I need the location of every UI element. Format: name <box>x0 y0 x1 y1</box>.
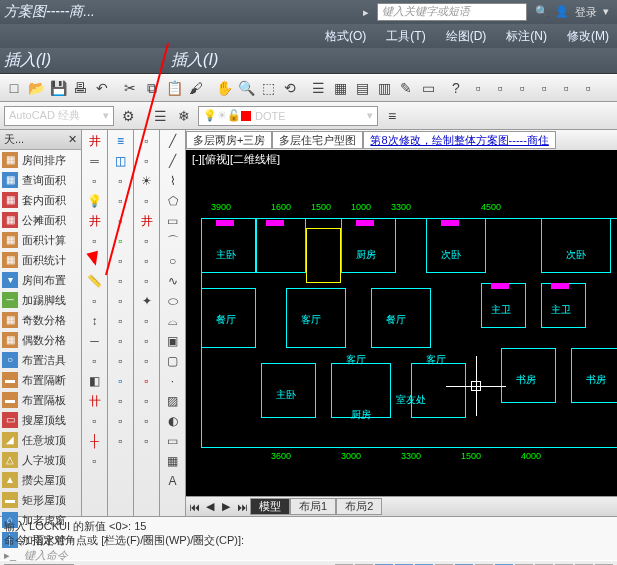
tb-extra-3[interactable]: ▫ <box>512 78 532 98</box>
tool-partition[interactable]: ▬布置隔断 <box>0 370 81 390</box>
insert-label-2[interactable]: 插入(I) <box>171 50 218 71</box>
col3-icon-10[interactable]: ▫ <box>137 312 157 330</box>
search-input[interactable]: 键入关键字或短语 <box>377 3 527 21</box>
arc-icon[interactable]: ⌒ <box>163 232 183 250</box>
col-icon-1[interactable]: ▫ <box>85 172 105 190</box>
new-icon[interactable]: □ <box>4 78 24 98</box>
sheet-set-icon[interactable]: ▥ <box>374 78 394 98</box>
col3-icon-7[interactable]: ▫ <box>137 252 157 270</box>
col3-icon-16[interactable]: ▫ <box>137 432 157 450</box>
layer-state-icon[interactable]: ❄ <box>174 106 194 126</box>
binoculars-icon[interactable]: 🔍 <box>535 5 549 20</box>
col2-icon-6[interactable]: ▫ <box>111 272 131 290</box>
col2-icon-8[interactable]: ▫ <box>111 312 131 330</box>
col-icon-11[interactable]: ┼ <box>85 432 105 450</box>
design-center-icon[interactable]: ▦ <box>330 78 350 98</box>
col-icon-6[interactable]: ─ <box>85 332 105 350</box>
make-block-icon[interactable]: ▢ <box>163 352 183 370</box>
pan-icon[interactable]: ✋ <box>214 78 234 98</box>
menu-format[interactable]: 格式(O) <box>325 28 366 45</box>
menu-tools[interactable]: 工具(T) <box>386 28 425 45</box>
tool-roof-line[interactable]: ▭搜屋顶线 <box>0 410 81 430</box>
file-tab-link[interactable]: 第8次修改，绘制整体方案图-----商住 <box>363 131 555 149</box>
tool-even-grid[interactable]: ▦偶数分格 <box>0 330 81 350</box>
col2-icon-5[interactable]: ▫ <box>111 252 131 270</box>
tool-palette-icon[interactable]: ▤ <box>352 78 372 98</box>
col3-icon-9[interactable]: ✦ <box>137 292 157 310</box>
col2-icon-11[interactable]: ▫ <box>111 372 131 390</box>
cut-icon[interactable]: ✂ <box>120 78 140 98</box>
canvas[interactable]: 3900 1600 1500 1000 3300 4500 <box>186 168 617 496</box>
insert-label-1[interactable]: 插入(I) <box>4 50 51 71</box>
col2-icon-10[interactable]: ▫ <box>111 352 131 370</box>
tb-extra-1[interactable]: ▫ <box>468 78 488 98</box>
tool-query-area[interactable]: ▦查询面积 <box>0 170 81 190</box>
col2-icon-9[interactable]: ▫ <box>111 332 131 350</box>
palette-header[interactable]: 天... ✕ <box>0 130 81 150</box>
col3-icon-13[interactable]: ▫ <box>137 372 157 390</box>
workspace-gear-icon[interactable]: ⚙ <box>118 106 138 126</box>
col-icon-9[interactable]: 卄 <box>85 392 105 410</box>
col3-icon-8[interactable]: ▫ <box>137 272 157 290</box>
command-input[interactable]: 键入命令 <box>24 548 613 563</box>
properties-icon[interactable]: ☰ <box>308 78 328 98</box>
match-icon[interactable]: 🖌 <box>186 78 206 98</box>
tab-nav-next[interactable]: ▶ <box>218 500 234 513</box>
login-link[interactable]: 登录 <box>575 5 597 20</box>
save-icon[interactable]: 💾 <box>48 78 68 98</box>
view-label[interactable]: [-][俯视][二维线框] <box>186 150 617 168</box>
col-icon-4[interactable]: ▫ <box>85 292 105 310</box>
infocenter-arrow-icon[interactable]: ▸ <box>363 6 369 19</box>
rect-icon[interactable]: ▭ <box>163 212 183 230</box>
col2-icon-13[interactable]: ▫ <box>111 412 131 430</box>
col3-icon-14[interactable]: ▫ <box>137 392 157 410</box>
col3-icon-12[interactable]: ▫ <box>137 352 157 370</box>
line-icon[interactable]: ╱ <box>163 132 183 150</box>
user-icon[interactable]: 👤 <box>555 5 569 20</box>
tool-calc-area[interactable]: ▦面积计算 <box>0 230 81 250</box>
tab-nav-prev[interactable]: ◀ <box>202 500 218 513</box>
wall-icon[interactable]: ═ <box>85 152 105 170</box>
layer-combo[interactable]: 💡 ☀ 🔓 DOTE ▾ <box>198 106 378 126</box>
tool-pyramid-roof[interactable]: ▲攒尖屋顶 <box>0 470 81 490</box>
col-icon-12[interactable]: ▫ <box>85 452 105 470</box>
close-icon[interactable]: ✕ <box>68 133 77 146</box>
print-icon[interactable]: 🖶 <box>70 78 90 98</box>
bulb-icon[interactable]: 💡 <box>85 192 105 210</box>
menu-dimension[interactable]: 标注(N) <box>506 28 547 45</box>
layout-tab-1[interactable]: 布局1 <box>290 498 336 515</box>
col-icon-8[interactable]: ◧ <box>85 372 105 390</box>
tool-rect-roof[interactable]: ▬矩形屋顶 <box>0 490 81 510</box>
markup-icon[interactable]: ✎ <box>396 78 416 98</box>
zoom-prev-icon[interactable]: ⟲ <box>280 78 300 98</box>
tb-extra-4[interactable]: ▫ <box>534 78 554 98</box>
col-icon-5[interactable]: ↕ <box>85 312 105 330</box>
circle-icon[interactable]: ○ <box>163 252 183 270</box>
tool-skirting[interactable]: ─加踢脚线 <box>0 290 81 310</box>
table-icon[interactable]: ▦ <box>163 452 183 470</box>
ruler-icon[interactable]: 📏 <box>85 272 105 290</box>
tool-shared-area[interactable]: ▦公摊面积 <box>0 210 81 230</box>
hatch-icon[interactable]: ▨ <box>163 392 183 410</box>
zoom-icon[interactable]: 🔍 <box>236 78 256 98</box>
layers-icon[interactable]: ≡ <box>111 132 131 150</box>
tab-nav-last[interactable]: ⏭ <box>234 501 250 513</box>
ellipse-arc-icon[interactable]: ⌓ <box>163 312 183 330</box>
text-icon[interactable]: A <box>163 472 183 490</box>
layout-tab-model[interactable]: 模型 <box>250 498 290 515</box>
col-icon-10[interactable]: ▫ <box>85 412 105 430</box>
layer-props-icon[interactable]: ☰ <box>150 106 170 126</box>
cube-icon[interactable]: ◫ <box>111 152 131 170</box>
gradient-icon[interactable]: ◐ <box>163 412 183 430</box>
grid2-icon[interactable]: 井 <box>85 212 105 230</box>
grid-icon[interactable]: 井 <box>85 132 105 150</box>
polygon-icon[interactable]: ⬠ <box>163 192 183 210</box>
tab-nav-first[interactable]: ⏮ <box>186 501 202 513</box>
insert-block-icon[interactable]: ▣ <box>163 332 183 350</box>
col2-icon-14[interactable]: ▫ <box>111 432 131 450</box>
tb-extra-2[interactable]: ▫ <box>490 78 510 98</box>
col3-icon-11[interactable]: ▫ <box>137 332 157 350</box>
tool-baffle[interactable]: ▬布置隔板 <box>0 390 81 410</box>
col2-icon-7[interactable]: ▫ <box>111 292 131 310</box>
pline-icon[interactable]: ⌇ <box>163 172 183 190</box>
